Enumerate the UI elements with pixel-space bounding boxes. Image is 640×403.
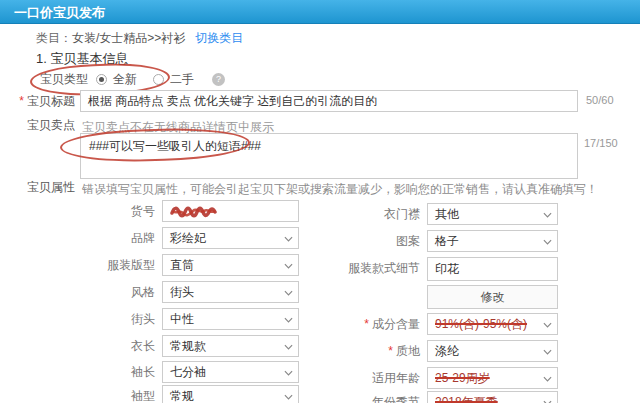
title-char-counter: 50/60 — [586, 94, 614, 106]
title-input[interactable]: 根据 商品特点 卖点 优化关键字 达到自己的引流的目的 — [80, 90, 578, 112]
scribbled-value: 25-29周岁 — [435, 370, 490, 387]
garment-length-select[interactable]: 常规款 — [162, 335, 299, 357]
chevron-down-icon — [543, 322, 552, 328]
chevron-down-icon — [543, 239, 552, 245]
placket-select[interactable]: 其他 — [427, 203, 558, 225]
required-asterisk: * — [19, 94, 24, 108]
chevron-down-icon — [284, 290, 293, 296]
selling-point-label: 宝贝卖点 — [0, 117, 75, 133]
attributes-label: 宝贝属性 — [0, 179, 75, 195]
field-label-pattern: 图案 — [295, 230, 420, 252]
item-type-options: 全新 二手 ? — [96, 71, 225, 87]
section-title-basic-info: 1. 宝贝基本信息 — [36, 50, 128, 68]
field-label-material: *质地 — [295, 340, 420, 362]
street-select[interactable]: 中性 — [162, 308, 299, 330]
field-label-sleeve-length: 袖长 — [45, 361, 155, 383]
attributes-warning: 错误填写宝贝属性，可能会引起宝贝下架或搜索流量减少，影响您的正常销售，请认真准确… — [82, 181, 598, 197]
breadcrumb: 类目：女装/女士精品>>衬衫切换类目 — [36, 30, 243, 47]
field-label-style: 风格 — [45, 281, 155, 303]
age-range-select[interactable]: 25-29周岁 — [427, 367, 558, 389]
product-publish-page: 一口价宝贝发布 类目：女装/女士精品>>衬衫切换类目 1. 宝贝基本信息 宝贝类… — [0, 0, 640, 403]
selling-point-char-counter: 17/150 — [584, 137, 618, 149]
chevron-down-icon — [284, 317, 293, 323]
sleeve-length-select[interactable]: 七分袖 — [162, 361, 299, 383]
chevron-down-icon — [543, 376, 552, 382]
red-scribble-redaction — [170, 204, 218, 218]
field-label-sleeve-type: 袖型 — [45, 385, 155, 403]
field-label-placket: 衣门襟 — [295, 203, 420, 225]
brand-select[interactable]: 彩绘妃 — [162, 227, 299, 249]
material-select[interactable]: 涤纶 — [427, 340, 558, 362]
pattern-select[interactable]: 格子 — [427, 230, 558, 252]
radio-used[interactable] — [153, 74, 164, 85]
field-label-style-detail: 服装款式细节 — [295, 257, 420, 279]
required-asterisk: * — [388, 344, 393, 358]
radio-new[interactable] — [96, 74, 107, 85]
selling-point-textarea[interactable]: ###可以写一些吸引人的短语### — [80, 133, 578, 179]
category-path: 女装/女士精品>>衬衫 — [72, 31, 185, 45]
chevron-down-icon — [284, 236, 293, 242]
radio-used-label[interactable]: 二手 — [170, 71, 194, 87]
scribbled-value: 91%(含)-95%(含) — [435, 316, 527, 333]
title-field-label: *宝贝标题 — [0, 90, 75, 112]
field-label-garment-length: 衣长 — [45, 335, 155, 357]
item-type-label: 宝贝类型 — [40, 71, 88, 87]
chevron-down-icon — [543, 349, 552, 355]
required-asterisk: * — [364, 317, 369, 331]
chevron-down-icon — [284, 370, 293, 376]
cut-type-select[interactable]: 直筒 — [162, 254, 299, 276]
chevron-down-icon — [284, 344, 293, 350]
chevron-down-icon — [284, 263, 293, 269]
composition-select[interactable]: 91%(含)-95%(含) — [427, 313, 558, 335]
radio-new-label[interactable]: 全新 — [113, 71, 137, 87]
field-label-street: 街头 — [45, 308, 155, 330]
page-header: 一口价宝贝发布 — [0, 0, 640, 24]
field-label-season-year: 年份季节 — [295, 391, 420, 403]
page-title: 一口价宝贝发布 — [14, 4, 105, 22]
style-select[interactable]: 街头 — [162, 281, 299, 303]
sleeve-type-select[interactable]: 常规 — [162, 385, 299, 403]
chevron-down-icon — [543, 212, 552, 218]
switch-category-link[interactable]: 切换类目 — [195, 31, 243, 45]
field-label-item-number: 货号 — [45, 200, 155, 222]
season-year-select[interactable]: 2018年夏季 — [427, 391, 558, 403]
field-label-composition: *成分含量 — [295, 313, 420, 335]
category-label: 类目： — [36, 31, 72, 45]
help-icon[interactable]: ? — [212, 73, 225, 86]
item-number-input[interactable] — [162, 200, 299, 222]
scribbled-value: 2018年夏季 — [435, 394, 498, 403]
chevron-down-icon — [284, 394, 293, 400]
field-label-age-range: 适用年龄 — [295, 367, 420, 389]
style-detail-input[interactable]: 印花 — [427, 257, 558, 281]
modify-button[interactable]: 修改 — [427, 285, 558, 309]
field-label-cut-type: 服装版型 — [45, 254, 155, 276]
field-label-brand: 品牌 — [45, 227, 155, 249]
